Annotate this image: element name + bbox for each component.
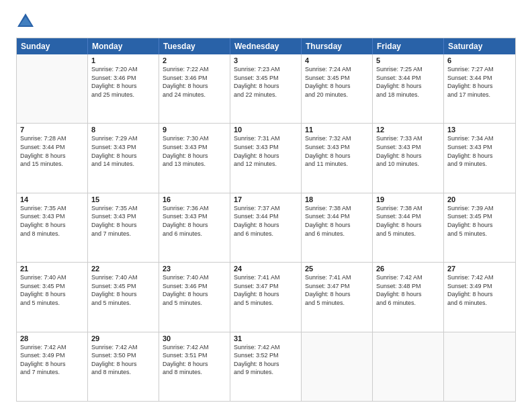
calendar-cell-3-3: 16Sunrise: 7:36 AMSunset: 3:43 PMDayligh… — [159, 193, 230, 262]
day-number: 2 — [163, 56, 226, 64]
day-number: 31 — [234, 334, 298, 342]
day-info: Sunrise: 7:31 AMSunset: 3:43 PMDaylight:… — [234, 134, 298, 168]
calendar-header-sunday: Sunday — [17, 38, 88, 54]
day-info: Sunrise: 7:33 AMSunset: 3:43 PMDaylight:… — [376, 134, 440, 168]
logo — [16, 12, 38, 31]
calendar-cell-5-4: 31Sunrise: 7:42 AMSunset: 3:52 PMDayligh… — [230, 332, 302, 401]
day-info: Sunrise: 7:40 AMSunset: 3:45 PMDaylight:… — [20, 273, 84, 307]
day-number: 24 — [234, 265, 298, 273]
calendar-cell-2-6: 12Sunrise: 7:33 AMSunset: 3:43 PMDayligh… — [373, 124, 444, 192]
day-info: Sunrise: 7:42 AMSunset: 3:51 PMDaylight:… — [163, 343, 226, 377]
day-info: Sunrise: 7:42 AMSunset: 3:50 PMDaylight:… — [91, 343, 155, 377]
day-info: Sunrise: 7:25 AMSunset: 3:44 PMDaylight:… — [376, 65, 440, 99]
day-number: 26 — [376, 265, 440, 273]
calendar-cell-5-1: 28Sunrise: 7:42 AMSunset: 3:49 PMDayligh… — [17, 332, 88, 401]
day-number: 17 — [234, 195, 298, 203]
day-info: Sunrise: 7:35 AMSunset: 3:43 PMDaylight:… — [91, 204, 155, 238]
calendar-cell-2-7: 13Sunrise: 7:34 AMSunset: 3:43 PMDayligh… — [444, 124, 515, 192]
calendar-cell-1-1 — [17, 54, 88, 123]
day-info: Sunrise: 7:30 AMSunset: 3:43 PMDaylight:… — [163, 134, 226, 168]
day-info: Sunrise: 7:24 AMSunset: 3:45 PMDaylight:… — [305, 65, 369, 99]
calendar-cell-2-1: 7Sunrise: 7:28 AMSunset: 3:44 PMDaylight… — [17, 124, 88, 192]
calendar-cell-5-7 — [444, 332, 515, 401]
calendar-cell-3-5: 18Sunrise: 7:38 AMSunset: 3:44 PMDayligh… — [302, 193, 373, 262]
day-number: 14 — [20, 195, 84, 203]
day-info: Sunrise: 7:42 AMSunset: 3:49 PMDaylight:… — [20, 343, 84, 377]
calendar-cell-2-4: 10Sunrise: 7:31 AMSunset: 3:43 PMDayligh… — [230, 124, 302, 192]
calendar-cell-3-2: 15Sunrise: 7:35 AMSunset: 3:43 PMDayligh… — [88, 193, 159, 262]
calendar-header-row: SundayMondayTuesdayWednesdayThursdayFrid… — [17, 38, 515, 54]
day-number: 18 — [305, 195, 369, 203]
day-info: Sunrise: 7:42 AMSunset: 3:52 PMDaylight:… — [234, 343, 298, 377]
day-number: 12 — [376, 126, 440, 134]
day-number: 9 — [163, 126, 226, 134]
calendar-cell-1-7: 6Sunrise: 7:27 AMSunset: 3:44 PMDaylight… — [444, 54, 515, 123]
calendar-header-tuesday: Tuesday — [159, 38, 230, 54]
day-number: 23 — [163, 265, 226, 273]
day-info: Sunrise: 7:40 AMSunset: 3:45 PMDaylight:… — [91, 273, 155, 307]
day-info: Sunrise: 7:38 AMSunset: 3:44 PMDaylight:… — [305, 204, 369, 238]
day-info: Sunrise: 7:41 AMSunset: 3:47 PMDaylight:… — [305, 273, 369, 307]
calendar-cell-4-7: 27Sunrise: 7:42 AMSunset: 3:49 PMDayligh… — [444, 263, 515, 331]
calendar-cell-2-3: 9Sunrise: 7:30 AMSunset: 3:43 PMDaylight… — [159, 124, 230, 192]
day-info: Sunrise: 7:35 AMSunset: 3:43 PMDaylight:… — [20, 204, 84, 238]
day-number: 19 — [376, 195, 440, 203]
day-info: Sunrise: 7:28 AMSunset: 3:44 PMDaylight:… — [20, 134, 84, 168]
calendar-cell-1-3: 2Sunrise: 7:22 AMSunset: 3:46 PMDaylight… — [159, 54, 230, 123]
page: SundayMondayTuesdayWednesdayThursdayFrid… — [0, 0, 532, 411]
day-info: Sunrise: 7:38 AMSunset: 3:44 PMDaylight:… — [376, 204, 440, 238]
day-number: 15 — [91, 195, 155, 203]
calendar-week-4: 21Sunrise: 7:40 AMSunset: 3:45 PMDayligh… — [17, 262, 515, 331]
day-number: 10 — [234, 126, 298, 134]
day-info: Sunrise: 7:37 AMSunset: 3:44 PMDaylight:… — [234, 204, 298, 238]
day-info: Sunrise: 7:40 AMSunset: 3:46 PMDaylight:… — [163, 273, 226, 307]
calendar-week-5: 28Sunrise: 7:42 AMSunset: 3:49 PMDayligh… — [17, 332, 515, 401]
calendar-cell-5-6 — [373, 332, 444, 401]
calendar-cell-1-5: 4Sunrise: 7:24 AMSunset: 3:45 PMDaylight… — [302, 54, 373, 123]
day-number: 27 — [447, 265, 512, 273]
day-number: 29 — [91, 334, 155, 342]
calendar-cell-4-1: 21Sunrise: 7:40 AMSunset: 3:45 PMDayligh… — [17, 263, 88, 331]
day-info: Sunrise: 7:42 AMSunset: 3:48 PMDaylight:… — [376, 273, 440, 307]
day-info: Sunrise: 7:36 AMSunset: 3:43 PMDaylight:… — [163, 204, 226, 238]
calendar-cell-4-5: 25Sunrise: 7:41 AMSunset: 3:47 PMDayligh… — [302, 263, 373, 331]
calendar-cell-4-6: 26Sunrise: 7:42 AMSunset: 3:48 PMDayligh… — [373, 263, 444, 331]
calendar-cell-3-4: 17Sunrise: 7:37 AMSunset: 3:44 PMDayligh… — [230, 193, 302, 262]
calendar-cell-1-6: 5Sunrise: 7:25 AMSunset: 3:44 PMDaylight… — [373, 54, 444, 123]
calendar-cell-4-3: 23Sunrise: 7:40 AMSunset: 3:46 PMDayligh… — [159, 263, 230, 331]
day-number: 1 — [91, 56, 155, 64]
day-info: Sunrise: 7:41 AMSunset: 3:47 PMDaylight:… — [234, 273, 298, 307]
header — [16, 12, 516, 31]
calendar-cell-5-3: 30Sunrise: 7:42 AMSunset: 3:51 PMDayligh… — [159, 332, 230, 401]
calendar-cell-5-2: 29Sunrise: 7:42 AMSunset: 3:50 PMDayligh… — [88, 332, 159, 401]
day-info: Sunrise: 7:23 AMSunset: 3:45 PMDaylight:… — [234, 65, 298, 99]
calendar-cell-5-5 — [302, 332, 373, 401]
day-info: Sunrise: 7:39 AMSunset: 3:45 PMDaylight:… — [447, 204, 512, 238]
calendar-header-saturday: Saturday — [444, 38, 515, 54]
day-info: Sunrise: 7:20 AMSunset: 3:46 PMDaylight:… — [91, 65, 155, 99]
day-number: 21 — [20, 265, 84, 273]
day-number: 3 — [234, 56, 298, 64]
day-info: Sunrise: 7:29 AMSunset: 3:43 PMDaylight:… — [91, 134, 155, 168]
day-number: 30 — [163, 334, 226, 342]
day-info: Sunrise: 7:34 AMSunset: 3:43 PMDaylight:… — [447, 134, 512, 168]
day-number: 11 — [305, 126, 369, 134]
calendar-cell-2-5: 11Sunrise: 7:32 AMSunset: 3:43 PMDayligh… — [302, 124, 373, 192]
calendar-cell-1-2: 1Sunrise: 7:20 AMSunset: 3:46 PMDaylight… — [88, 54, 159, 123]
calendar-cell-3-6: 19Sunrise: 7:38 AMSunset: 3:44 PMDayligh… — [373, 193, 444, 262]
calendar-header-thursday: Thursday — [302, 38, 373, 54]
calendar-week-2: 7Sunrise: 7:28 AMSunset: 3:44 PMDaylight… — [17, 123, 515, 192]
calendar-cell-4-4: 24Sunrise: 7:41 AMSunset: 3:47 PMDayligh… — [230, 263, 302, 331]
calendar-cell-4-2: 22Sunrise: 7:40 AMSunset: 3:45 PMDayligh… — [88, 263, 159, 331]
day-number: 22 — [91, 265, 155, 273]
day-number: 4 — [305, 56, 369, 64]
day-number: 6 — [447, 56, 512, 64]
day-number: 20 — [447, 195, 512, 203]
calendar-header-wednesday: Wednesday — [230, 38, 302, 54]
calendar-cell-3-1: 14Sunrise: 7:35 AMSunset: 3:43 PMDayligh… — [17, 193, 88, 262]
calendar-header-monday: Monday — [88, 38, 159, 54]
calendar-week-3: 14Sunrise: 7:35 AMSunset: 3:43 PMDayligh… — [17, 193, 515, 262]
day-number: 7 — [20, 126, 84, 134]
day-info: Sunrise: 7:32 AMSunset: 3:43 PMDaylight:… — [305, 134, 369, 168]
logo-icon — [16, 12, 35, 31]
